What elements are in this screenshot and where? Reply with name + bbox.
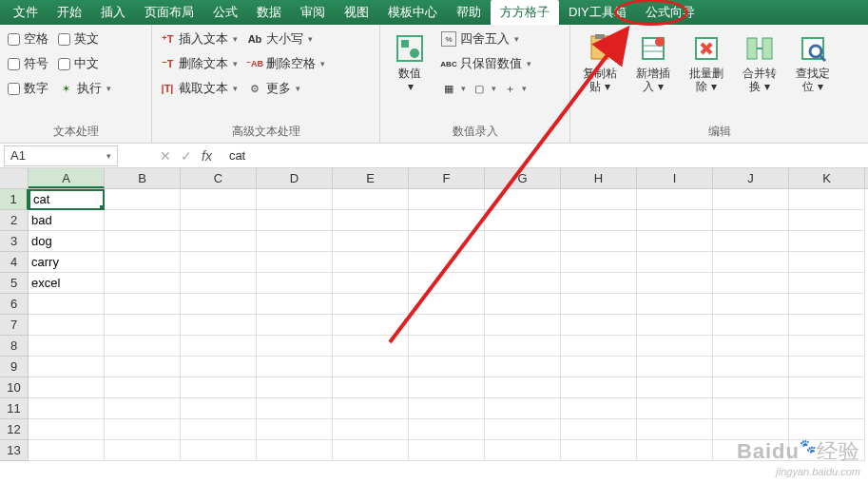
cell-A3[interactable]: dog	[29, 231, 105, 252]
cancel-icon[interactable]: ✕	[160, 148, 171, 164]
cell-A5[interactable]: excel	[29, 273, 105, 294]
cell-B11[interactable]	[105, 398, 181, 419]
small-btn-1[interactable]: ▦▾	[441, 78, 466, 99]
cell-C1[interactable]	[181, 189, 257, 210]
cell-C5[interactable]	[181, 273, 257, 294]
edit-btn-1[interactable]: 新增插入 ▾	[631, 29, 675, 121]
cell-H5[interactable]	[561, 273, 637, 294]
insert-text-button[interactable]: ⁺T插入文本▾	[160, 29, 238, 49]
cell-K4[interactable]	[789, 252, 865, 273]
cell-K3[interactable]	[789, 231, 865, 252]
menu-tab-3[interactable]: 页面布局	[135, 0, 203, 25]
cell-D13[interactable]	[257, 440, 333, 461]
cell-D2[interactable]	[257, 210, 333, 231]
row-header-5[interactable]: 5	[0, 273, 29, 294]
menu-tab-5[interactable]: 数据	[247, 0, 291, 25]
cell-D6[interactable]	[257, 294, 333, 315]
cell-A2[interactable]: bad	[29, 210, 105, 231]
cell-J7[interactable]	[713, 315, 789, 336]
edit-btn-0[interactable]: 复制粘贴 ▾	[578, 29, 622, 121]
cell-G7[interactable]	[485, 315, 561, 336]
cell-F11[interactable]	[409, 398, 485, 419]
cell-E13[interactable]	[333, 440, 409, 461]
execute-button[interactable]: ✶执行▾	[58, 78, 111, 99]
menu-tab-7[interactable]: 视图	[335, 0, 378, 25]
cell-K7[interactable]	[789, 315, 865, 336]
cell-E12[interactable]	[333, 419, 409, 440]
cell-K1[interactable]	[789, 189, 865, 210]
cell-B5[interactable]	[105, 273, 181, 294]
cell-J9[interactable]	[713, 357, 789, 377]
cell-E1[interactable]	[333, 189, 409, 210]
row-header-8[interactable]: 8	[0, 336, 29, 357]
cell-G4[interactable]	[485, 252, 561, 273]
check-english[interactable]: 英文	[58, 29, 111, 49]
cell-I6[interactable]	[637, 294, 713, 315]
cell-G10[interactable]	[485, 377, 561, 398]
cell-G9[interactable]	[485, 357, 561, 377]
cell-H11[interactable]	[561, 398, 637, 419]
cell-A6[interactable]	[29, 294, 105, 315]
extract-text-button[interactable]: |T|截取文本▾	[160, 78, 238, 99]
col-header-A[interactable]: A	[29, 168, 105, 188]
cell-A11[interactable]	[29, 398, 105, 419]
cell-J10[interactable]	[713, 377, 789, 398]
cell-F7[interactable]	[409, 315, 485, 336]
value-button[interactable]: 数值 ▾	[388, 29, 432, 121]
menu-tab-0[interactable]: 文件	[4, 0, 48, 25]
col-header-D[interactable]: D	[257, 168, 333, 188]
menu-tab-11[interactable]: DIY工具箱	[559, 0, 636, 25]
menu-tab-12[interactable]: 公式向导	[636, 0, 704, 25]
row-header-13[interactable]: 13	[0, 440, 29, 461]
cell-B7[interactable]	[105, 315, 181, 336]
menu-tab-4[interactable]: 公式	[203, 0, 247, 25]
cell-E5[interactable]	[333, 273, 409, 294]
cell-E8[interactable]	[333, 336, 409, 357]
col-header-J[interactable]: J	[713, 168, 789, 188]
cell-B1[interactable]	[105, 189, 181, 210]
cell-B4[interactable]	[105, 252, 181, 273]
cell-H13[interactable]	[561, 440, 637, 461]
cell-C12[interactable]	[181, 419, 257, 440]
cell-I5[interactable]	[637, 273, 713, 294]
cell-A7[interactable]	[29, 315, 105, 336]
cell-F10[interactable]	[409, 377, 485, 398]
cell-F8[interactable]	[409, 336, 485, 357]
cell-I3[interactable]	[637, 231, 713, 252]
menu-tab-1[interactable]: 开始	[48, 0, 91, 25]
confirm-icon[interactable]: ✓	[181, 148, 192, 164]
cell-E3[interactable]	[333, 231, 409, 252]
cell-J2[interactable]	[713, 210, 789, 231]
cell-K9[interactable]	[789, 357, 865, 377]
cell-B10[interactable]	[105, 377, 181, 398]
cell-G13[interactable]	[485, 440, 561, 461]
cell-K2[interactable]	[789, 210, 865, 231]
cell-C11[interactable]	[181, 398, 257, 419]
col-header-C[interactable]: C	[181, 168, 257, 188]
edit-btn-4[interactable]: 查找定位 ▾	[791, 29, 835, 121]
cell-F12[interactable]	[409, 419, 485, 440]
cell-C10[interactable]	[181, 377, 257, 398]
cell-G2[interactable]	[485, 210, 561, 231]
cell-J6[interactable]	[713, 294, 789, 315]
cell-G11[interactable]	[485, 398, 561, 419]
col-header-H[interactable]: H	[561, 168, 637, 188]
row-header-12[interactable]: 12	[0, 419, 29, 440]
cell-G3[interactable]	[485, 231, 561, 252]
cell-A4[interactable]: carry	[29, 252, 105, 273]
cell-I1[interactable]	[637, 189, 713, 210]
edit-btn-3[interactable]: 合并转换 ▾	[738, 29, 781, 121]
cell-J5[interactable]	[713, 273, 789, 294]
cell-G6[interactable]	[485, 294, 561, 315]
check-symbol[interactable]: 符号	[8, 53, 48, 74]
cell-H12[interactable]	[561, 419, 637, 440]
check-space[interactable]: 空格	[8, 29, 48, 49]
cell-J13[interactable]	[713, 440, 789, 461]
cell-D4[interactable]	[257, 252, 333, 273]
cell-J8[interactable]	[713, 336, 789, 357]
cell-D11[interactable]	[257, 398, 333, 419]
cell-K6[interactable]	[789, 294, 865, 315]
cell-J11[interactable]	[713, 398, 789, 419]
cell-I12[interactable]	[637, 419, 713, 440]
cell-H6[interactable]	[561, 294, 637, 315]
